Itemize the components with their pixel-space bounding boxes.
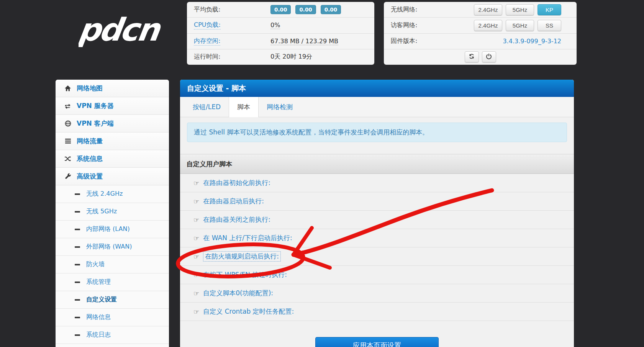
sidebar-item-firewall[interactable]: 防火墙: [56, 256, 169, 273]
firmware-label: 固件版本:: [384, 37, 467, 45]
sidebar-item-vpn-server[interactable]: VPN 服务器: [56, 97, 169, 115]
sidebar-item-traffic[interactable]: 网络流量: [56, 133, 169, 150]
guest-24ghz-button[interactable]: 2.4GHz: [474, 20, 502, 31]
tab-bar: 按钮/LED 脚本 网络检测: [180, 97, 574, 117]
load-badge-1: 0.00: [270, 5, 291, 14]
padavan-logo: pdcn: [79, 7, 167, 57]
system-actions-row: [384, 49, 577, 65]
power-icon: [486, 53, 492, 61]
cpu-load-link[interactable]: CPU负载:: [194, 21, 221, 29]
dash-icon: [75, 282, 80, 283]
cpu-load-value: 0%: [270, 21, 280, 29]
load-average-badges: 0.00 0.00 0.00: [270, 5, 344, 14]
firmware-row: 固件版本: 3.4.3.9-099_9-3-12: [384, 33, 577, 49]
hand-icon: ☞: [193, 234, 199, 242]
guest-5ghz-button[interactable]: 5GHz: [506, 20, 534, 31]
reboot-button[interactable]: [465, 51, 479, 62]
sidebar-item-label: VPN 客户端: [77, 119, 114, 128]
sidebar-item-system-admin[interactable]: 系统管理: [56, 273, 169, 291]
script-link-wan-updown[interactable]: 在 WAN 上行/下行启动后执行:: [203, 234, 292, 242]
hand-icon: ☞: [193, 308, 199, 316]
shuffle-icon: [64, 156, 72, 162]
uptime-value: 0天 20时 19分: [270, 53, 312, 61]
globe-icon: [64, 120, 72, 127]
sidebar-item-label: VPN 服务器: [77, 101, 114, 110]
sidebar-item-label: 系统管理: [86, 278, 111, 286]
power-button[interactable]: [482, 51, 496, 62]
sidebar-item-label: 网络地图: [77, 84, 103, 93]
sidebar-item-label: 防火墙: [86, 260, 105, 268]
main-content: 自定义设置 - 脚本 按钮/LED 脚本 网络检测 通过 Shell 脚本可以灵…: [180, 80, 574, 347]
hand-icon: ☞: [193, 271, 199, 279]
firmware-version-link[interactable]: 3.4.3.9-099_9-3-12: [503, 38, 561, 45]
sidebar-nav: 网络地图 VPN 服务器 VPN 客户端 网络: [56, 80, 169, 347]
script-link-crontab[interactable]: 自定义 Crontab 定时任务配置:: [203, 307, 294, 316]
dash-icon: [75, 334, 80, 336]
wireless-row: 无线网络: 2.4GHz 5GHz KP: [384, 2, 577, 17]
dash-icon: [75, 211, 80, 213]
script-link-post-boot[interactable]: 在路由器启动后执行:: [203, 197, 264, 206]
sidebar-item-custom-settings[interactable]: 自定义设置: [56, 291, 169, 309]
dash-icon: [75, 246, 80, 248]
guest-ss-button[interactable]: SS: [537, 20, 561, 31]
script-link-custom-script0[interactable]: 自定义脚本0(功能配置):: [203, 289, 273, 298]
dash-icon: [75, 317, 80, 318]
hand-icon: ☞: [193, 253, 199, 260]
dash-icon: [75, 299, 80, 301]
sidebar-item-advanced-settings[interactable]: 高级设置: [56, 168, 169, 185]
wireless-5ghz-button[interactable]: 5GHz: [506, 4, 534, 15]
network-status-panel: 无线网络: 2.4GHz 5GHz KP 访客网络: 2.4GHz 5GHz S…: [384, 2, 577, 65]
hand-icon: ☞: [193, 216, 199, 224]
hand-icon: ☞: [193, 179, 199, 187]
sidebar-filler: [56, 344, 169, 347]
script-row-pre-init: ☞ 在路由器初始化前执行:: [180, 174, 574, 192]
home-icon: [64, 85, 72, 92]
page-title: 自定义设置 - 脚本: [180, 80, 574, 97]
script-link-pre-shutdown[interactable]: 在路由器关闭之前执行:: [203, 215, 270, 224]
script-link-post-firewall[interactable]: 在防火墙规则启动后执行:: [203, 251, 281, 262]
sidebar-item-wireless-24ghz[interactable]: 无线 2.4GHz: [56, 185, 169, 203]
logo-text: pdcn: [79, 11, 164, 48]
load-badge-2: 0.00: [295, 5, 316, 14]
tab-network-detect[interactable]: 网络检测: [259, 97, 301, 117]
sidebar-item-network-map[interactable]: 网络地图: [56, 80, 169, 97]
load-average-label: 平均负载:: [187, 6, 270, 14]
script-link-wps-button[interactable]: 在按下 WPS/FN 按钮时执行:: [203, 270, 287, 279]
guest-network-label: 访客网络:: [384, 21, 467, 29]
sidebar-item-label: 系统信息: [77, 154, 103, 163]
dash-icon: [75, 193, 80, 195]
load-badge-3: 0.00: [321, 5, 341, 14]
sidebar-item-system-info[interactable]: 系统信息: [56, 150, 169, 168]
script-link-pre-init[interactable]: 在路由器初始化前执行:: [203, 178, 270, 187]
sidebar-item-label: 网络信息: [86, 313, 111, 321]
script-row-crontab: ☞ 自定义 Crontab 定时任务配置:: [180, 303, 574, 321]
info-banner: 通过 Shell 脚本可以灵活地修改系统配置，当特定事件发生时会调用相应的脚本。: [187, 123, 567, 142]
apply-settings-button[interactable]: 应用本页面设置: [315, 337, 439, 347]
cpu-load-row: CPU负载: 0%: [187, 17, 374, 33]
script-row-wps-button: ☞ 在按下 WPS/FN 按钮时执行:: [180, 266, 574, 284]
sidebar-item-network-info[interactable]: 网络信息: [56, 309, 169, 326]
memory-row: 内存空闲: 67.38 MB / 123.29 MB: [187, 33, 374, 49]
sidebar-item-label: 无线 5GHz: [86, 208, 117, 216]
dash-icon: [75, 264, 80, 265]
wireless-24ghz-button[interactable]: 2.4GHz: [474, 4, 502, 15]
script-row-wan-updown: ☞ 在 WAN 上行/下行启动后执行:: [180, 229, 574, 247]
wireless-label: 无线网络:: [384, 6, 467, 14]
sidebar-item-wireless-5ghz[interactable]: 无线 5GHz: [56, 203, 169, 221]
sidebar-item-system-log[interactable]: 系统日志: [56, 326, 169, 344]
scripts-tab-content: 通过 Shell 脚本可以灵活地修改系统配置，当特定事件发生时会调用相应的脚本。…: [180, 117, 574, 347]
memory-free-link[interactable]: 内存空闲:: [194, 37, 220, 46]
sidebar-item-label: 无线 2.4GHz: [86, 190, 123, 198]
dash-icon: [75, 229, 80, 230]
sidebar-item-wan[interactable]: 外部网络 (WAN): [56, 238, 169, 256]
sidebar-item-lan[interactable]: 内部网络 (LAN): [56, 221, 169, 238]
sidebar-item-label: 高级设置: [77, 172, 103, 181]
tab-scripts[interactable]: 脚本: [229, 97, 259, 117]
script-row-post-boot: ☞ 在路由器启动后执行:: [180, 192, 574, 211]
refresh-icon: [469, 53, 475, 61]
hand-icon: ☞: [193, 290, 199, 297]
tab-button-led[interactable]: 按钮/LED: [185, 97, 229, 117]
sidebar-item-vpn-client[interactable]: VPN 客户端: [56, 115, 169, 133]
wireless-kp-button[interactable]: KP: [537, 4, 561, 15]
section-title-custom-scripts: 自定义用户脚本: [180, 154, 574, 174]
